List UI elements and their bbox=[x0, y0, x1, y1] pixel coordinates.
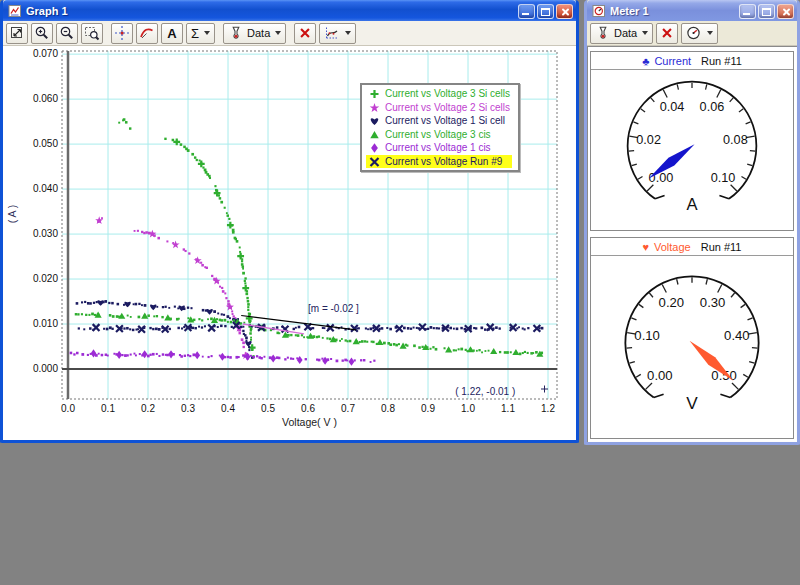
meter-symbol: ♥ bbox=[642, 241, 649, 253]
graph-window-title: Graph 1 bbox=[26, 5, 516, 17]
series-3 bbox=[75, 312, 544, 357]
smart-tool-icon bbox=[114, 25, 130, 41]
data-button[interactable]: Data bbox=[223, 23, 286, 44]
curve-fit-icon bbox=[139, 25, 155, 41]
meter-run-label: Run #11 bbox=[701, 55, 742, 67]
legend-item[interactable]: Current vs Voltage 2 Si cells bbox=[366, 101, 512, 115]
gauge-tick-label: 0.04 bbox=[660, 100, 685, 114]
statistics-button[interactable]: Σ bbox=[186, 23, 215, 44]
gauge-unit-label: A bbox=[686, 195, 698, 214]
meter-window: Meter 1 Data ♣ bbox=[584, 0, 800, 445]
legend-item[interactable]: Current vs Voltage 1 Si cell bbox=[366, 114, 512, 128]
y-tick-label: 0.040 bbox=[33, 183, 58, 194]
x-tick-label: 0.1 bbox=[101, 403, 115, 414]
graph-toolbar: A Σ Data bbox=[3, 21, 576, 46]
x-tick-label: 0.5 bbox=[261, 403, 275, 414]
legend-item[interactable]: Current vs Voltage Run #9 bbox=[366, 155, 512, 169]
graph-client: 0.00.10.20.30.40.50.60.70.80.91.01.11.20… bbox=[3, 46, 576, 440]
legend-item[interactable]: Current vs Voltage 1 cis bbox=[366, 141, 512, 155]
minimize-button[interactable] bbox=[518, 4, 535, 19]
delete-button[interactable] bbox=[656, 23, 678, 44]
graph-settings-button[interactable] bbox=[319, 23, 356, 44]
series-1 bbox=[95, 216, 250, 359]
graph-window: Graph 1 bbox=[0, 0, 579, 443]
legend-label: Current vs Voltage 3 cis bbox=[385, 129, 491, 140]
legend-label: Current vs Voltage 1 Si cell bbox=[385, 115, 505, 126]
text-tool-button[interactable]: A bbox=[161, 23, 183, 44]
gauge-unit-label: V bbox=[686, 393, 698, 413]
meter-run-label: Run #11 bbox=[701, 241, 742, 253]
maximize-button[interactable] bbox=[758, 4, 775, 19]
close-button[interactable] bbox=[556, 4, 573, 19]
dropdown-caret-icon bbox=[642, 31, 648, 35]
meter-titlebar[interactable]: Meter 1 bbox=[587, 0, 797, 21]
gauge-tick-label: 0.40 bbox=[724, 328, 750, 343]
x-tick-label: 0.3 bbox=[181, 403, 195, 414]
legend-item[interactable]: Current vs Voltage 3 Si cells bbox=[366, 87, 512, 101]
y-tick-label: 0.050 bbox=[33, 138, 58, 149]
gauge-tick-label: 0.30 bbox=[700, 295, 726, 310]
meter-style-button[interactable] bbox=[681, 23, 718, 44]
current-gauge: 0.000.020.040.060.080.10A bbox=[591, 70, 793, 230]
meter-window-title: Meter 1 bbox=[610, 5, 737, 17]
legend-marker-icon bbox=[368, 114, 381, 127]
gauge-tick-label: 0.00 bbox=[649, 171, 674, 185]
zoom-in-icon bbox=[34, 25, 50, 41]
graph-titlebar[interactable]: Graph 1 bbox=[3, 0, 576, 21]
data-button-label: Data bbox=[614, 27, 637, 39]
slope-annotation: [m = -0.02 ] bbox=[308, 303, 359, 314]
x-tick-label: 1.0 bbox=[461, 403, 475, 414]
x-tick-label: 0.7 bbox=[341, 403, 355, 414]
x-tick-label: 0.6 bbox=[301, 403, 315, 414]
dropdown-caret-icon bbox=[204, 31, 210, 35]
x-tick-label: 1.2 bbox=[541, 403, 555, 414]
dropdown-caret-icon bbox=[275, 31, 281, 35]
delete-button[interactable] bbox=[294, 23, 316, 44]
chart-legend: Current vs Voltage 3 Si cellsCurrent vs … bbox=[360, 83, 520, 172]
smart-tool-button[interactable] bbox=[111, 23, 133, 44]
legend-label: Current vs Voltage 1 cis bbox=[385, 142, 491, 153]
desktop: Graph 1 bbox=[0, 0, 800, 585]
delete-icon bbox=[298, 26, 312, 40]
y-tick-label: 0.070 bbox=[33, 48, 58, 59]
gauge-tick-label: 0.02 bbox=[636, 133, 661, 147]
legend-label: Current vs Voltage 3 Si cells bbox=[385, 88, 510, 99]
meter-header: ♥ Voltage Run #11 bbox=[591, 238, 793, 256]
scale-to-fit-button[interactable] bbox=[6, 23, 28, 44]
legend-marker-icon bbox=[368, 141, 381, 154]
y-tick-label: 0.000 bbox=[33, 363, 58, 374]
statistics-sigma-label: Σ bbox=[191, 26, 199, 41]
data-icon bbox=[228, 25, 244, 41]
zoom-in-button[interactable] bbox=[31, 23, 53, 44]
dropdown-caret-icon bbox=[707, 31, 713, 35]
maximize-button[interactable] bbox=[537, 4, 554, 19]
x-tick-label: 0.4 bbox=[221, 403, 235, 414]
smart-cursor-icon bbox=[541, 386, 548, 393]
curve-fit-button[interactable] bbox=[136, 23, 158, 44]
zoom-out-button[interactable] bbox=[56, 23, 78, 44]
legend-item[interactable]: Current vs Voltage 3 cis bbox=[366, 128, 512, 142]
zoom-select-button[interactable] bbox=[81, 23, 103, 44]
x-tick-label: 1.1 bbox=[501, 403, 515, 414]
legend-marker-icon bbox=[368, 155, 381, 168]
data-button[interactable]: Data bbox=[590, 23, 653, 44]
gauge-tick-label: 0.08 bbox=[723, 133, 748, 147]
legend-marker-icon bbox=[368, 87, 381, 100]
data-button-label: Data bbox=[247, 27, 270, 39]
legend-label: Current vs Voltage Run #9 bbox=[385, 156, 502, 167]
graph-window-icon bbox=[8, 4, 22, 18]
meter-panel-voltage: ♥ Voltage Run #11 0.000.100.200.300.400.… bbox=[590, 237, 794, 439]
x-axis-title: Voltage( V ) bbox=[282, 416, 337, 428]
zoom-out-icon bbox=[59, 25, 75, 41]
minimize-button[interactable] bbox=[739, 4, 756, 19]
meter-client: ♣ Current Run #11 0.000.020.040.060.080.… bbox=[587, 46, 797, 442]
voltage-gauge: 0.000.100.200.300.400.50V bbox=[591, 256, 793, 438]
gauge-tick-label: 0.10 bbox=[634, 328, 660, 343]
graph-settings-icon bbox=[324, 25, 340, 41]
meter-window-icon bbox=[592, 4, 606, 18]
close-button[interactable] bbox=[777, 4, 794, 19]
x-tick-label: 0.8 bbox=[381, 403, 395, 414]
data-icon bbox=[595, 25, 611, 41]
meter-name: Current bbox=[654, 55, 691, 67]
gauge-tick-label: 0.00 bbox=[647, 368, 673, 383]
